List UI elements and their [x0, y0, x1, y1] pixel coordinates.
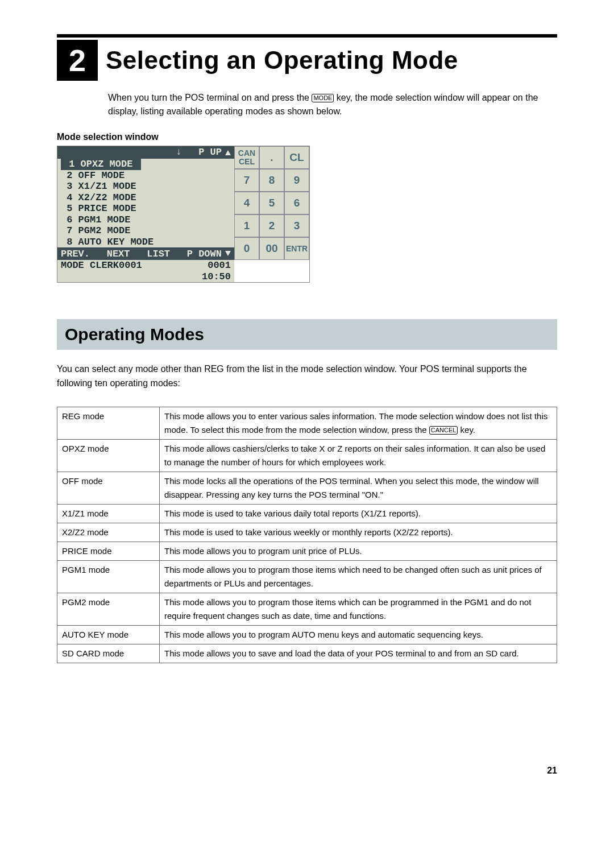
mode-desc: This mode allows you to program AUTO men…	[160, 626, 557, 644]
lcd-item-selected[interactable]: 1 OPXZ MODE	[57, 159, 234, 170]
key-3[interactable]: 3	[284, 214, 309, 237]
mode-desc: This mode allows cashiers/clerks to take…	[160, 440, 557, 472]
mode-name: REG mode	[57, 407, 160, 440]
key-2[interactable]: 2	[259, 214, 284, 237]
key-7[interactable]: 7	[234, 169, 259, 192]
mode-desc: This mode is used to take various daily …	[160, 505, 557, 523]
mode-desc: This mode allows you to save and load th…	[160, 644, 557, 663]
mode-name: PGM1 mode	[57, 561, 160, 593]
table-row: OFF modeThis mode locks all the operatio…	[57, 472, 557, 505]
keypad: CAN CEL . CL 7 8 9 4 5 6 1 2 3 0 00 ENTR	[234, 146, 309, 282]
table-row: PGM2 modeThis mode allows you to program…	[57, 593, 557, 626]
mode-name: X2/Z2 mode	[57, 523, 160, 542]
arrow-down-icon: ↓	[176, 147, 181, 158]
mode-desc: This mode allows you to program unit pri…	[160, 542, 557, 561]
intro-text-a: When you turn the POS terminal on and pr…	[108, 93, 312, 102]
table-row: PRICE modeThis mode allows you to progra…	[57, 542, 557, 561]
mode-name: X1/Z1 mode	[57, 505, 160, 523]
lcd-list[interactable]: LIST	[147, 249, 170, 260]
lcd-panel: ↓ P UP 1 OPXZ MODE 2 OFF MODE 3 X1/Z1 MO…	[57, 146, 234, 282]
key-9[interactable]: 9	[284, 169, 309, 192]
mode-name: OFF mode	[57, 472, 160, 505]
section-title: Operating Modes	[57, 319, 557, 350]
key-dot[interactable]: .	[259, 146, 284, 169]
pos-screen: ↓ P UP 1 OPXZ MODE 2 OFF MODE 3 X1/Z1 MO…	[57, 146, 310, 283]
lcd-item[interactable]: 7 PGM2 MODE	[57, 225, 234, 237]
lcd-item[interactable]: 4 X2/Z2 MODE	[57, 192, 234, 204]
mode-selection-subhead: Mode selection window	[57, 132, 557, 142]
lcd-next[interactable]: NEXT	[107, 249, 130, 260]
mode-name: AUTO KEY mode	[57, 626, 160, 644]
page-number: 21	[57, 766, 557, 776]
lcd-item[interactable]: 3 X1/Z1 MODE	[57, 181, 234, 192]
key-00[interactable]: 00	[259, 237, 284, 260]
chapter-heading: 2 Selecting an Operating Mode	[57, 34, 557, 81]
key-5[interactable]: 5	[259, 192, 284, 214]
mode-name: PGM2 mode	[57, 593, 160, 626]
mode-name: OPXZ mode	[57, 440, 160, 472]
mode-desc: This mode allows you to program those it…	[160, 561, 557, 593]
triangle-down-icon	[225, 251, 231, 256]
key-entr[interactable]: ENTR	[284, 237, 309, 260]
key-cl[interactable]: CL	[284, 146, 309, 169]
mode-desc: This mode locks all the operations of th…	[160, 472, 557, 505]
modes-table: REG mode This mode allows you to enter v…	[57, 407, 557, 663]
table-row: PGM1 modeThis mode allows you to program…	[57, 561, 557, 593]
lcd-item[interactable]: 2 OFF MODE	[57, 170, 234, 181]
mode-desc: This mode allows you to enter various sa…	[160, 407, 557, 440]
lcd-pup-label: P UP	[198, 147, 222, 158]
key-cancel[interactable]: CAN CEL	[234, 146, 259, 169]
lcd-status-right: 0001	[208, 260, 231, 271]
section-intro: You can select any mode other than REG f…	[57, 362, 557, 391]
key-4[interactable]: 4	[234, 192, 259, 214]
lcd-item[interactable]: 8 AUTO KEY MODE	[57, 237, 234, 248]
mode-name: PRICE mode	[57, 542, 160, 561]
key-6[interactable]: 6	[284, 192, 309, 214]
table-row: SD CARD modeThis mode allows you to save…	[57, 644, 557, 663]
lcd-status-left: MODE CLERK0001	[61, 260, 142, 271]
lcd-prev[interactable]: PREV.	[61, 249, 90, 260]
table-row: AUTO KEY modeThis mode allows you to pro…	[57, 626, 557, 644]
table-row: OPXZ modeThis mode allows cashiers/clerk…	[57, 440, 557, 472]
chapter-number: 2	[57, 40, 98, 81]
lcd-header: ↓ P UP	[57, 146, 234, 159]
cancel-key-icon: CANCEL	[429, 426, 458, 435]
chapter-title: Selecting an Operating Mode	[106, 46, 458, 75]
mode-desc: This mode allows you to program those it…	[160, 593, 557, 626]
triangle-up-icon	[225, 150, 231, 155]
intro-paragraph: When you turn the POS terminal on and pr…	[108, 91, 557, 118]
mode-desc: This mode is used to take various weekly…	[160, 523, 557, 542]
lcd-time: 10:50	[57, 271, 234, 283]
key-8[interactable]: 8	[259, 169, 284, 192]
key-0[interactable]: 0	[234, 237, 259, 260]
mode-key-icon: MODE	[312, 94, 334, 102]
lcd-item[interactable]: 5 PRICE MODE	[57, 203, 234, 214]
lcd-status: MODE CLERK0001 0001	[57, 260, 234, 271]
table-row: X2/Z2 modeThis mode is used to take vari…	[57, 523, 557, 542]
lcd-footer: PREV. NEXT LIST P DOWN	[57, 247, 234, 260]
lcd-item[interactable]: 6 PGM1 MODE	[57, 214, 234, 226]
key-1[interactable]: 1	[234, 214, 259, 237]
mode-name: SD CARD mode	[57, 644, 160, 663]
table-row: REG mode This mode allows you to enter v…	[57, 407, 557, 440]
lcd-pdown[interactable]: P DOWN	[187, 249, 222, 259]
table-row: X1/Z1 modeThis mode is used to take vari…	[57, 505, 557, 523]
